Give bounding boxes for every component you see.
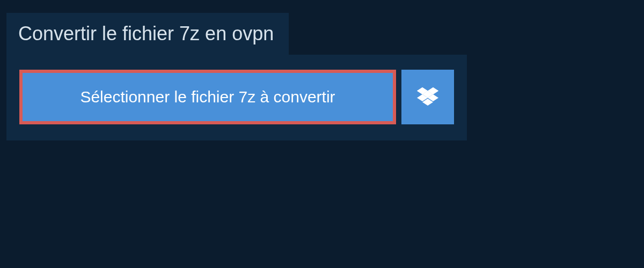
dropbox-button[interactable]	[401, 70, 454, 124]
dropbox-icon	[417, 87, 438, 107]
upload-panel: Sélectionner le fichier 7z à convertir	[6, 55, 467, 140]
select-file-button-label: Sélectionner le fichier 7z à convertir	[80, 88, 335, 106]
select-file-button[interactable]: Sélectionner le fichier 7z à convertir	[19, 70, 396, 124]
tab-header: Convertir le fichier 7z en ovpn	[6, 13, 289, 55]
page-title: Convertir le fichier 7z en ovpn	[18, 23, 274, 45]
